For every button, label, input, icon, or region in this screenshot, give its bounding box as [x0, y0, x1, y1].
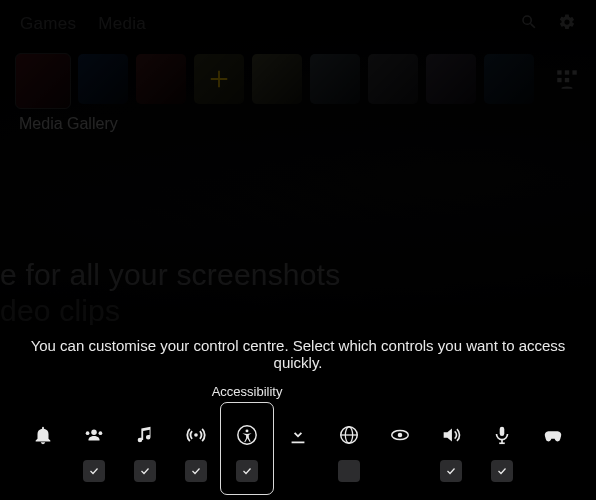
checkbox-mic[interactable]: [491, 460, 513, 482]
checkbox-accessibility[interactable]: [236, 460, 258, 482]
checkbox-music[interactable]: [134, 460, 156, 482]
control-centre-customise-panel: You can customise your control centre. S…: [0, 325, 596, 500]
customise-instruction: You can customise your control centre. S…: [0, 337, 596, 371]
accessibility-icon[interactable]: [236, 424, 258, 446]
friends-icon[interactable]: [83, 424, 105, 446]
checkbox-broadcast[interactable]: [185, 460, 207, 482]
gamebase-icon[interactable]: [389, 424, 411, 446]
selected-control-label: Accessibility: [212, 384, 283, 399]
checkbox-sound[interactable]: [440, 460, 462, 482]
download-icon[interactable]: [287, 424, 309, 446]
sound-icon[interactable]: [440, 424, 462, 446]
network-icon[interactable]: [338, 424, 360, 446]
checkbox-friends[interactable]: [83, 460, 105, 482]
controller-small-icon[interactable]: [542, 424, 564, 446]
bell-icon[interactable]: [32, 424, 54, 446]
music-icon[interactable]: [134, 424, 156, 446]
checkbox-network[interactable]: [338, 460, 360, 482]
mic-icon[interactable]: [491, 424, 513, 446]
broadcast-icon[interactable]: [185, 424, 207, 446]
control-centre-grid: [0, 424, 596, 482]
